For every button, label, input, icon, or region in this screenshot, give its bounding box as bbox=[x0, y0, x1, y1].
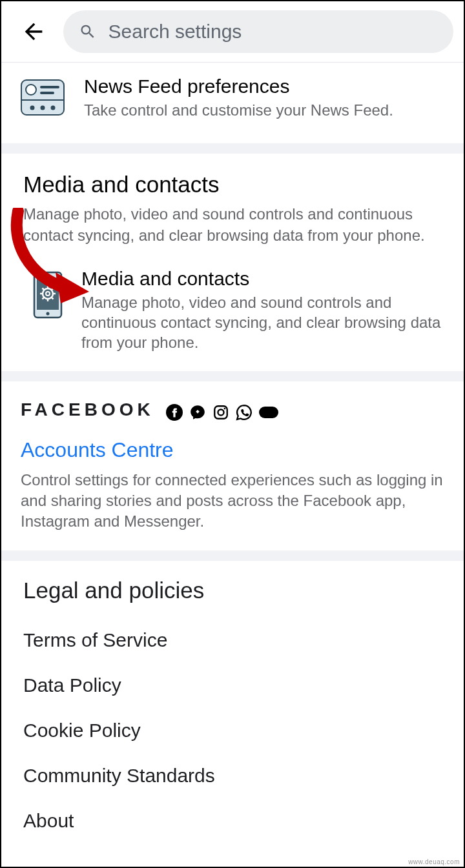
messenger-icon bbox=[189, 404, 206, 421]
news-feed-preferences-item[interactable]: News Feed preferences Take control and c… bbox=[1, 66, 464, 132]
media-section-title: Media and contacts bbox=[23, 172, 442, 197]
legal-section: Legal and policies Terms of Service Data… bbox=[1, 561, 464, 850]
svg-point-5 bbox=[30, 106, 35, 110]
media-contacts-item[interactable]: Media and contacts Manage photo, video a… bbox=[1, 252, 464, 359]
search-icon bbox=[79, 22, 97, 41]
media-contacts-section: Media and contacts Manage photo, video a… bbox=[1, 154, 464, 370]
svg-point-1 bbox=[26, 85, 36, 95]
media-item-title: Media and contacts bbox=[81, 268, 444, 290]
back-button[interactable] bbox=[19, 17, 48, 46]
accounts-centre-section: FACEBOOK Accounts Centre Control setting… bbox=[1, 381, 464, 550]
facebook-wordmark: FACEBOOK bbox=[21, 399, 154, 420]
svg-point-23 bbox=[218, 410, 224, 416]
section-divider bbox=[1, 550, 464, 561]
legal-data-policy[interactable]: Data Policy bbox=[23, 663, 442, 708]
news-feed-desc: Take control and customise your News Fee… bbox=[84, 100, 444, 120]
section-divider bbox=[1, 143, 464, 154]
svg-point-6 bbox=[41, 106, 45, 110]
media-item-desc: Manage photo, video and sound controls a… bbox=[81, 292, 444, 353]
back-arrow-icon bbox=[21, 19, 46, 45]
svg-point-24 bbox=[224, 408, 226, 410]
accounts-centre-link[interactable]: Accounts Centre bbox=[21, 438, 444, 462]
legal-community-standards[interactable]: Community Standards bbox=[23, 753, 442, 798]
legal-cookie-policy[interactable]: Cookie Policy bbox=[23, 708, 442, 753]
facebook-brand-row: FACEBOOK bbox=[21, 399, 444, 438]
svg-rect-2 bbox=[40, 86, 59, 88]
section-divider bbox=[1, 371, 464, 381]
watermark: www.deuaq.com bbox=[408, 858, 460, 865]
header bbox=[1, 1, 464, 63]
legal-about[interactable]: About bbox=[23, 798, 442, 843]
phone-gear-icon bbox=[30, 269, 66, 321]
search-input[interactable] bbox=[108, 21, 438, 43]
search-bar[interactable] bbox=[63, 10, 453, 53]
svg-point-10 bbox=[46, 312, 50, 315]
whatsapp-icon bbox=[236, 404, 253, 421]
oculus-icon bbox=[259, 407, 278, 418]
svg-point-7 bbox=[51, 106, 56, 110]
legal-title: Legal and policies bbox=[23, 578, 442, 603]
accounts-centre-desc: Control settings for connected experienc… bbox=[21, 470, 444, 532]
news-feed-section: News Feed preferences Take control and c… bbox=[1, 63, 464, 143]
facebook-icon bbox=[166, 404, 183, 421]
news-feed-title: News Feed preferences bbox=[84, 76, 444, 97]
news-feed-icon bbox=[21, 78, 65, 117]
svg-rect-3 bbox=[40, 92, 54, 94]
instagram-icon bbox=[212, 404, 229, 421]
legal-terms-of-service[interactable]: Terms of Service bbox=[23, 618, 442, 663]
media-section-desc: Manage photo, video and sound controls a… bbox=[23, 204, 442, 246]
